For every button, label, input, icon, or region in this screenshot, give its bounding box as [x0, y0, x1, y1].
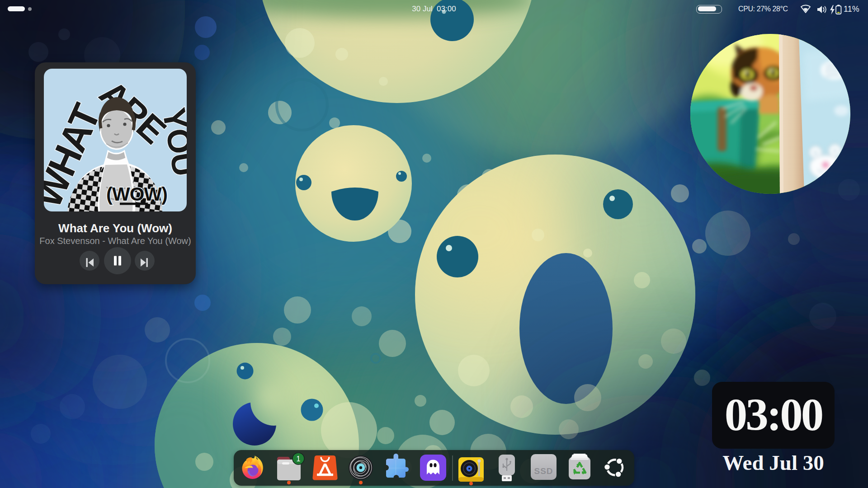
svg-text:(WOW): (WOW): [106, 183, 167, 205]
svg-text:SSD: SSD: [534, 466, 553, 476]
svg-text:1: 1: [297, 455, 301, 463]
